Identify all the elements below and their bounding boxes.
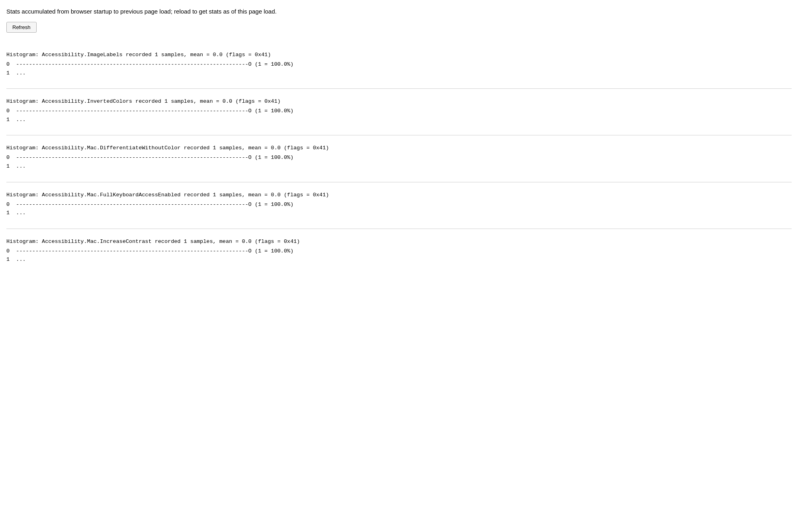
histogram-differentiate-without-color-title: Histogram: Accessibility.Mac.Differentia… <box>6 145 792 151</box>
histogram-image-labels-row-0: 0 --------------------------------------… <box>6 60 792 69</box>
histogram-differentiate-without-color-row-1: 1 ... <box>6 162 792 171</box>
histogram-differentiate-without-color-row-0: 0 --------------------------------------… <box>6 153 792 162</box>
histogram-image-labels: Histogram: Accessibility.ImageLabels rec… <box>6 42 792 89</box>
histogram-inverted-colors-row-1: 1 ... <box>6 115 792 124</box>
histogram-full-keyboard-access: Histogram: Accessibility.Mac.FullKeyboar… <box>6 182 792 229</box>
histogram-increase-contrast-row-1: 1 ... <box>6 255 792 264</box>
histogram-full-keyboard-access-row-1: 1 ... <box>6 209 792 217</box>
histogram-increase-contrast-row-0: 0 --------------------------------------… <box>6 247 792 256</box>
histograms-container: Histogram: Accessibility.ImageLabels rec… <box>6 42 792 275</box>
histogram-full-keyboard-access-title: Histogram: Accessibility.Mac.FullKeyboar… <box>6 192 792 198</box>
refresh-button[interactable]: Refresh <box>6 22 37 33</box>
histogram-increase-contrast-title: Histogram: Accessibility.Mac.IncreaseCon… <box>6 239 792 244</box>
histogram-full-keyboard-access-row-0: 0 --------------------------------------… <box>6 200 792 209</box>
histogram-image-labels-row-1: 1 ... <box>6 69 792 78</box>
histogram-inverted-colors-title: Histogram: Accessibility.InvertedColors … <box>6 98 792 104</box>
histogram-image-labels-title: Histogram: Accessibility.ImageLabels rec… <box>6 52 792 58</box>
page-description: Stats accumulated from browser startup t… <box>6 8 792 15</box>
histogram-inverted-colors: Histogram: Accessibility.InvertedColors … <box>6 89 792 135</box>
histogram-inverted-colors-row-0: 0 --------------------------------------… <box>6 107 792 115</box>
histogram-increase-contrast: Histogram: Accessibility.Mac.IncreaseCon… <box>6 229 792 275</box>
histogram-differentiate-without-color: Histogram: Accessibility.Mac.Differentia… <box>6 135 792 182</box>
